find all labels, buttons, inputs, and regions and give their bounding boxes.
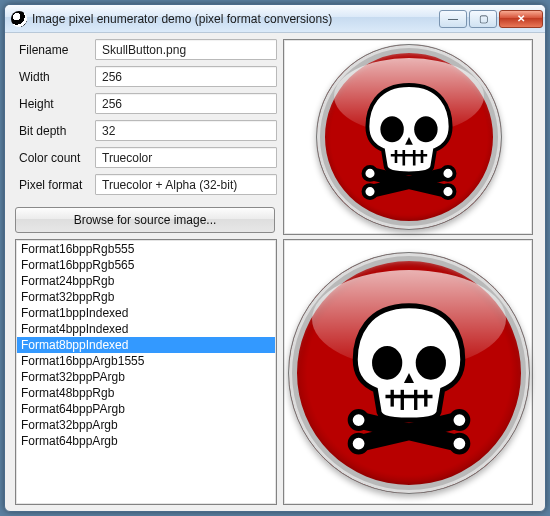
source-image-panel <box>283 39 533 235</box>
maximize-icon: ▢ <box>479 13 488 24</box>
minimize-icon: — <box>448 13 458 24</box>
properties-panel: Filename SkullButton.png Width 256 Heigh… <box>15 39 277 201</box>
skull-icon <box>344 72 474 202</box>
list-item[interactable]: Format24bppRgb <box>17 273 275 289</box>
list-item[interactable]: Format48bppRgb <box>17 385 275 401</box>
list-item[interactable]: Format32bppArgb <box>17 417 275 433</box>
app-window: Image pixel enumerator demo (pixel forma… <box>4 4 546 512</box>
bitdepth-label: Bit depth <box>15 124 95 138</box>
list-item[interactable]: Format1bppIndexed <box>17 305 275 321</box>
colorcount-label: Color count <box>15 151 95 165</box>
svg-point-3 <box>442 185 455 198</box>
row-bitdepth: Bit depth 32 <box>15 120 277 141</box>
close-button[interactable]: ✕ <box>499 10 543 28</box>
list-item[interactable]: Format32bppRgb <box>17 289 275 305</box>
height-label: Height <box>15 97 95 111</box>
filename-field[interactable]: SkullButton.png <box>95 39 277 60</box>
window-title: Image pixel enumerator demo (pixel forma… <box>32 12 437 26</box>
row-filename: Filename SkullButton.png <box>15 39 277 60</box>
filename-label: Filename <box>15 43 95 57</box>
row-width: Width 256 <box>15 66 277 87</box>
format-listbox[interactable]: Format16bppRgb555Format16bppRgb565Format… <box>15 239 277 505</box>
width-field[interactable]: 256 <box>95 66 277 87</box>
colorcount-field[interactable]: Truecolor <box>95 147 277 168</box>
window-controls: — ▢ ✕ <box>437 10 543 28</box>
list-item[interactable]: Format4bppIndexed <box>17 321 275 337</box>
list-item[interactable]: Format64bppArgb <box>17 433 275 449</box>
svg-point-2 <box>442 167 455 180</box>
list-item[interactable]: Format64bppPArgb <box>17 401 275 417</box>
bitdepth-field[interactable]: 32 <box>95 120 277 141</box>
list-item[interactable]: Format32bppPArgb <box>17 369 275 385</box>
svg-point-15 <box>372 346 402 380</box>
svg-point-5 <box>414 116 437 142</box>
list-item[interactable]: Format16bppRgb555 <box>17 241 275 257</box>
pixelformat-field[interactable]: Truecolor + Alpha (32-bit) <box>95 174 277 195</box>
minimize-button[interactable]: — <box>439 10 467 28</box>
svg-point-1 <box>364 185 377 198</box>
yin-yang-icon <box>11 11 27 27</box>
skull-icon <box>325 289 493 457</box>
converted-image <box>288 252 530 494</box>
converted-image-panel <box>283 239 533 505</box>
svg-point-13 <box>451 412 468 429</box>
height-field[interactable]: 256 <box>95 93 277 114</box>
svg-point-4 <box>380 116 403 142</box>
source-image <box>316 44 502 230</box>
row-pixelformat: Pixel format Truecolor + Alpha (32-bit) <box>15 174 277 195</box>
close-icon: ✕ <box>517 13 525 24</box>
titlebar[interactable]: Image pixel enumerator demo (pixel forma… <box>5 5 545 33</box>
svg-point-0 <box>364 167 377 180</box>
list-item[interactable]: Format16bppRgb565 <box>17 257 275 273</box>
pixelformat-label: Pixel format <box>15 178 95 192</box>
list-item[interactable]: Format16bppArgb1555 <box>17 353 275 369</box>
svg-point-16 <box>416 346 446 380</box>
row-colorcount: Color count Truecolor <box>15 147 277 168</box>
list-item[interactable]: Format8bppIndexed <box>17 337 275 353</box>
row-height: Height 256 <box>15 93 277 114</box>
width-label: Width <box>15 70 95 84</box>
svg-point-11 <box>350 412 367 429</box>
maximize-button[interactable]: ▢ <box>469 10 497 28</box>
browse-button[interactable]: Browse for source image... <box>15 207 275 233</box>
client-area: Filename SkullButton.png Width 256 Heigh… <box>11 39 539 505</box>
svg-point-14 <box>451 435 468 452</box>
svg-point-12 <box>350 435 367 452</box>
